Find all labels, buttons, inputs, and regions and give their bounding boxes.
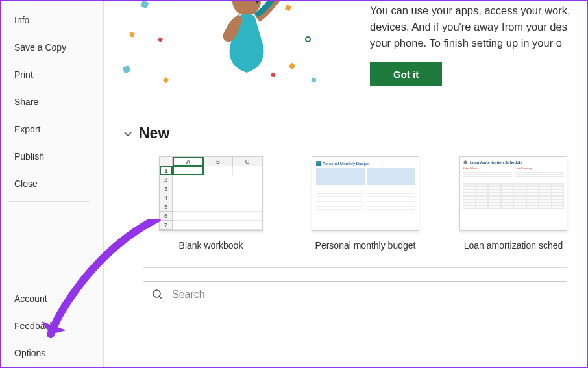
- person-waving-icon: [201, 1, 292, 86]
- chevron-down-icon[interactable]: [123, 129, 132, 138]
- welcome-banner: You can use your apps, access your work,…: [123, 1, 587, 99]
- sidebar-divider: [8, 201, 90, 202]
- search-input[interactable]: [172, 289, 567, 301]
- banner-line-3: your phone. To finish setting up in your…: [370, 35, 580, 51]
- template-label: Loan amortization sched: [464, 240, 563, 251]
- banner-text: You can use your apps, access your work,…: [370, 1, 580, 86]
- backstage-sidebar: Info Save a Copy Print Share Export Publ…: [1, 1, 104, 367]
- template-label: Blank workbook: [179, 240, 243, 251]
- template-gallery: A B C 1 2 3 4 5 6 7 Blank workbook: [123, 156, 587, 251]
- template-loan-amortization[interactable]: Loan Amortization Schedule Enter Values …: [458, 156, 569, 251]
- banner-illustration: [123, 1, 331, 99]
- section-divider: [143, 267, 567, 268]
- sidebar-item-account[interactable]: Account: [1, 285, 103, 312]
- svg-line-2: [160, 297, 162, 299]
- bank-icon: [463, 160, 468, 165]
- sidebar-item-close[interactable]: Close: [1, 170, 103, 197]
- sidebar-item-print[interactable]: Print: [1, 61, 103, 88]
- sidebar-item-export[interactable]: Export: [1, 116, 103, 143]
- new-section-header: New: [123, 125, 587, 142]
- sidebar-item-feedback[interactable]: Feedback: [1, 312, 103, 339]
- search-icon: [143, 289, 172, 301]
- search-box[interactable]: [143, 281, 567, 308]
- section-title-new: New: [139, 125, 169, 142]
- banner-line-1: You can use your apps, access your work,: [370, 3, 580, 19]
- main-content: You can use your apps, access your work,…: [104, 1, 587, 367]
- sidebar-item-info[interactable]: Info: [1, 6, 103, 34]
- search-region: [123, 281, 587, 308]
- template-blank-workbook[interactable]: A B C 1 2 3 4 5 6 7 Blank workbook: [149, 156, 273, 251]
- svg-point-1: [153, 290, 160, 297]
- sidebar-item-options[interactable]: Options: [1, 339, 103, 367]
- banner-line-2: devices. And if you're away from your de…: [370, 19, 580, 35]
- template-personal-monthly-budget[interactable]: Personal Monthly Budget: [304, 156, 427, 251]
- sidebar-item-publish[interactable]: Publish: [1, 143, 103, 170]
- template-thumb-blank: A B C 1 2 3 4 5 6 7: [159, 156, 263, 231]
- template-thumb-loan: Loan Amortization Schedule Enter Values …: [459, 156, 567, 231]
- got-it-button[interactable]: Got it: [370, 62, 442, 86]
- template-label: Personal monthly budget: [315, 240, 416, 251]
- template-thumb-budget: Personal Monthly Budget: [312, 156, 419, 231]
- sidebar-item-share[interactable]: Share: [1, 88, 103, 116]
- sidebar-item-save-a-copy[interactable]: Save a Copy: [1, 34, 103, 61]
